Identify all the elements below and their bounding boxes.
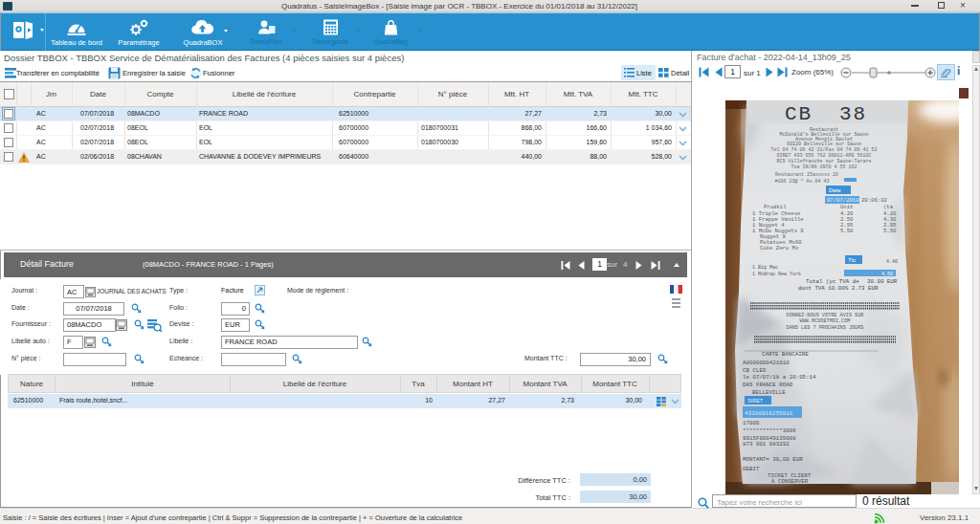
- svg-text:************3606: ************3606: [743, 427, 796, 434]
- svg-text:17006: 17006: [743, 420, 760, 426]
- svg-text:CB CLEO: CB CLEO: [743, 367, 767, 374]
- svg-text:Total (yc TVA de: Total (yc TVA de: [806, 278, 859, 285]
- svg-text:WWW.MCDOETMOI.COM: WWW.MCDOETMOI.COM: [800, 318, 851, 324]
- svg-text:Coke Zero Mx: Coke Zero Mx: [760, 245, 799, 251]
- svg-text:1 Big Mac: 1 Big Mac: [752, 265, 778, 271]
- svg-text:#106 23@ * Av.04 43: #106 23@ * Av.04 43: [774, 179, 829, 185]
- svg-text:30.00 EUR: 30.00 EUR: [867, 278, 898, 285]
- svg-text:5.50: 5.50: [840, 228, 854, 234]
- svg-text:CARTE BANCAIRE: CARTE BANCAIRE: [762, 351, 809, 358]
- svg-text:Prodkil: Prodkil: [764, 204, 787, 210]
- svg-text:4.40: 4.40: [886, 259, 898, 265]
- svg-text:07/07/2018: 07/07/2018: [827, 197, 859, 204]
- svg-text:4.50: 4.50: [881, 272, 893, 277]
- svg-text:DANS LES 7 PROCHAINS JOURS: DANS LES 7 PROCHAINS JOURS: [787, 325, 864, 331]
- svg-text:Tva IN/RA 1N70 4 55 162: Tva IN/RA 1N70 4 55 162: [791, 164, 857, 170]
- svg-text:DEBIT: DEBIT: [743, 466, 760, 472]
- svg-text:43288916255011: 43288916255011: [745, 410, 793, 417]
- svg-text:CB: CB: [785, 103, 813, 125]
- svg-text:MONTANT= 30,00 EUR: MONTANT= 30,00 EUR: [743, 456, 803, 463]
- svg-text:dont TVA 10.00% 2.73 EUR: dont TVA 10.00% 2.73 EUR: [798, 285, 879, 292]
- svg-text:873 001 083292: 873 001 083292: [743, 441, 790, 448]
- svg-text:A0000000421010: A0000000421010: [743, 360, 790, 366]
- svg-text:20:06:02: 20:06:02: [861, 197, 887, 204]
- svg-text:SIRET: SIRET: [747, 398, 764, 404]
- svg-text:38: 38: [839, 103, 867, 125]
- svg-text:Restaurant 25axxxxx 20: Restaurant 25axxxxx 20: [775, 172, 838, 178]
- svg-text:Ttc: Ttc: [848, 257, 856, 263]
- svg-text:BELLEVILLE: BELLEVILLE: [752, 389, 786, 396]
- svg-text:le 07/07/18 a 20:05:14: le 07/07/18 a 20:05:14: [743, 374, 816, 381]
- svg-text:Date: Date: [829, 187, 841, 193]
- svg-text:1 McWrap New York: 1 McWrap New York: [752, 272, 801, 277]
- svg-text:A CONSERVER: A CONSERVER: [771, 478, 809, 485]
- svg-text:DAS FRANCE ROAD: DAS FRANCE ROAD: [743, 382, 793, 388]
- svg-text:(ta: (ta: [883, 204, 894, 210]
- svg-text:Unit: Unit: [840, 204, 853, 210]
- svg-text:5.50: 5.50: [883, 228, 897, 234]
